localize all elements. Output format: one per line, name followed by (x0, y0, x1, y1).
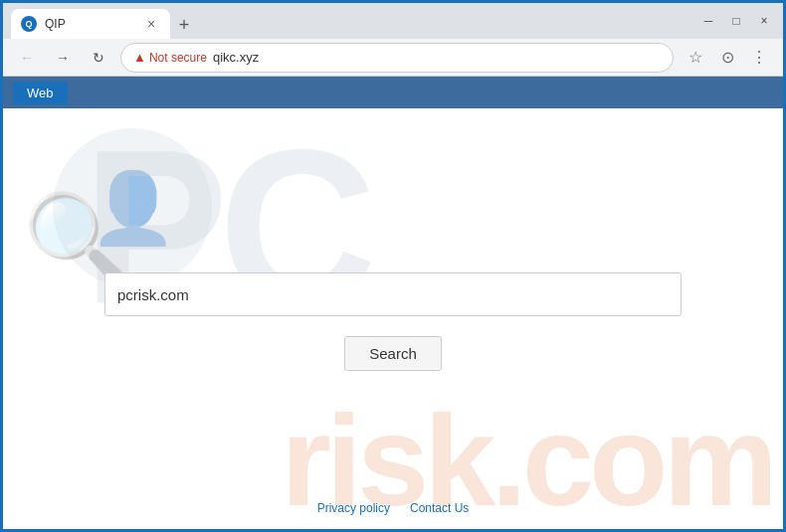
address-bar: ← → ↻ ▲ Not secure qikc.xyz ☆ ⊙ ⋮ (3, 39, 783, 77)
new-tab-button[interactable]: + (170, 11, 198, 39)
forward-button[interactable]: → (49, 44, 77, 72)
search-button[interactable]: Search (344, 336, 442, 371)
omnibox[interactable]: ▲ Not secure qikc.xyz (120, 43, 674, 73)
web-tab-button[interactable]: Web (13, 82, 68, 104)
refresh-button[interactable]: ↻ (85, 44, 112, 72)
omnibox-actions: ☆ ⊙ ⋮ (682, 44, 773, 72)
browser-tab[interactable]: Q QIP × (11, 9, 170, 39)
contact-us-link[interactable]: Contact Us (410, 501, 469, 515)
minimize-button[interactable]: ─ (697, 10, 719, 32)
profile-button[interactable]: ⊙ (713, 44, 741, 72)
not-secure-indicator: ▲ Not secure (133, 50, 207, 65)
tab-area: Q QIP × + (11, 3, 693, 39)
back-button[interactable]: ← (13, 44, 41, 72)
warning-icon: ▲ (133, 50, 146, 65)
footer-links: Privacy policy Contact Us (317, 501, 470, 515)
watermark-logo: 👤 (53, 128, 212, 287)
menu-button[interactable]: ⋮ (745, 44, 773, 72)
browser-nav-bar: Web (3, 77, 783, 108)
tab-title: QIP (45, 17, 66, 31)
maximize-button[interactable]: □ (725, 10, 747, 32)
person-icon: 👤 (90, 167, 176, 249)
url-display: qikc.xyz (213, 50, 259, 65)
search-container: Search (3, 272, 783, 371)
title-bar: Q QIP × + ─ □ × (3, 3, 783, 39)
privacy-policy-link[interactable]: Privacy policy (317, 501, 390, 515)
search-input[interactable] (104, 272, 682, 316)
tab-close-button[interactable]: × (142, 15, 160, 33)
window-controls: ─ □ × (697, 10, 775, 32)
browser-content: 👤 🔍 PC risk.com Search Privacy policy Co… (3, 108, 783, 532)
close-window-button[interactable]: × (753, 10, 775, 32)
bookmark-button[interactable]: ☆ (682, 44, 709, 72)
tab-favicon: Q (21, 16, 37, 32)
not-secure-label: Not secure (149, 51, 207, 65)
